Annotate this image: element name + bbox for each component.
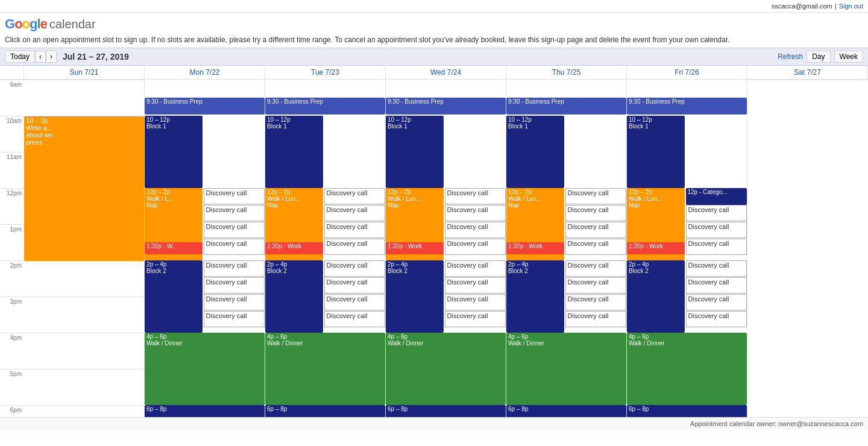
mon-disc-2[interactable]: Discovery call [204, 205, 265, 221]
wed-6p[interactable]: 6p – 8p [386, 405, 506, 417]
thu-block2[interactable]: 2p – 4pBlock 2 [506, 260, 564, 333]
thu-disc-3[interactable]: Discovery call [565, 222, 627, 238]
wed-block2[interactable]: 2p – 4pBlock 2 [386, 260, 444, 333]
mon-disc-6[interactable]: Discovery call [204, 277, 265, 294]
wed-business-prep[interactable]: 9:30 - Business Prep [386, 98, 506, 115]
fri-disc-1[interactable]: Discovery call [686, 205, 747, 221]
fri-6p[interactable]: 6p – 8p [627, 405, 747, 417]
fri-disc-4[interactable]: Discovery call [686, 260, 747, 277]
thu-disc-5[interactable]: Discovery call [565, 260, 627, 277]
sun-5pm [24, 369, 144, 405]
thu-walk-dinner[interactable]: 4p – 6pWalk / Dinner [506, 333, 626, 405]
tue-business-prep[interactable]: 9:30 - Business Prep [265, 98, 385, 115]
header-spacer [0, 66, 24, 79]
wed-disc-4[interactable]: Discovery call [445, 239, 506, 255]
calendar-label: calendar [49, 17, 96, 31]
day-col-wed: 9:30 - Business Prep 10 – 12pBlock 1 12p… [386, 80, 506, 417]
tue-disc-4[interactable]: Discovery call [324, 239, 386, 255]
fri-walk-dinner[interactable]: 4p – 6pWalk / Dinner [627, 333, 747, 405]
mon-disc-1[interactable]: Discovery call [204, 188, 265, 204]
footer-text: Appointment calendar owner: owner@suzann… [690, 420, 863, 427]
time-grid: 9am 10am 11am 12pm 1pm 2pm 3pm 4pm 5pm 6… [0, 80, 868, 417]
wed-disc-8[interactable]: Discovery call [445, 311, 506, 327]
wed-disc-5[interactable]: Discovery call [445, 260, 506, 277]
day-header-tue[interactable]: Tue 7/23 [265, 66, 386, 79]
tue-disc-2[interactable]: Discovery call [324, 205, 386, 221]
thu-disc-8[interactable]: Discovery call [565, 311, 627, 327]
wed-disc-3[interactable]: Discovery call [445, 222, 506, 238]
mon-business-prep[interactable]: 9:30 - Business Prep [145, 98, 265, 115]
tue-disc-5[interactable]: Discovery call [324, 260, 386, 277]
day-header-mon[interactable]: Mon 7/22 [145, 66, 265, 79]
next-button[interactable]: › [46, 51, 57, 63]
time-11am: 11am [0, 152, 24, 188]
thu-work-red[interactable]: 1:30p - Work [506, 242, 564, 254]
tue-work-red[interactable]: 1:30p - Work [265, 242, 323, 254]
sign-out-link[interactable]: Sign out [839, 2, 863, 10]
wed-block1[interactable]: 10 – 12pBlock 1 [386, 116, 444, 188]
mon-disc-3[interactable]: Discovery call [204, 222, 265, 238]
tue-walk-dinner[interactable]: 4p – 6pWalk / Dinner [265, 333, 385, 405]
wed-disc-2[interactable]: Discovery call [445, 205, 506, 221]
calendar-container: Sun 7/21 Mon 7/22 Tue 7/23 Wed 7/24 Thu … [0, 66, 868, 417]
thu-6p[interactable]: 6p – 8p [506, 405, 626, 417]
day-header-thu[interactable]: Thu 7/25 [506, 66, 627, 79]
tue-disc-3[interactable]: Discovery call [324, 222, 386, 238]
tue-disc-8[interactable]: Discovery call [324, 311, 386, 327]
fri-disc-5[interactable]: Discovery call [686, 277, 747, 294]
thu-disc-2[interactable]: Discovery call [565, 205, 627, 221]
thu-business-prep[interactable]: 9:30 - Business Prep [506, 98, 626, 115]
wed-work-red[interactable]: 1:30p - Work [386, 242, 444, 254]
mon-disc-5[interactable]: Discovery call [204, 260, 265, 277]
fri-work-red[interactable]: 1:30p - Work [627, 242, 685, 254]
thu-disc-7[interactable]: Discovery call [565, 294, 627, 310]
thu-disc-1[interactable]: Discovery call [565, 188, 627, 204]
wed-walk-dinner[interactable]: 4p – 6pWalk / Dinner [386, 333, 506, 405]
fri-disc-6[interactable]: Discovery call [686, 294, 747, 310]
mon-disc-8[interactable]: Discovery call [204, 311, 265, 327]
mon-disc-7[interactable]: Discovery call [204, 294, 265, 310]
sun-3pm [24, 297, 144, 333]
prev-button[interactable]: ‹ [35, 51, 46, 63]
today-button[interactable]: Today [5, 51, 35, 63]
mon-walk-dinner[interactable]: 4p – 6pWalk / Dinner [145, 333, 265, 405]
day-header-fri[interactable]: Fri 7/26 [627, 66, 747, 79]
mon-block2[interactable]: 2p – 4pBlock 2 [145, 260, 203, 333]
sun-write-press[interactable]: 10 – 2pWrite a...about wopress [24, 116, 144, 261]
day-header-wed[interactable]: Wed 7/24 [386, 66, 506, 79]
wed-disc-6[interactable]: Discovery call [445, 277, 506, 294]
fri-category[interactable]: 12p - Catego... [686, 188, 747, 205]
wed-disc-7[interactable]: Discovery call [445, 294, 506, 310]
tue-block1[interactable]: 10 – 12pBlock 1 [265, 116, 323, 188]
wed-disc-1[interactable]: Discovery call [445, 188, 506, 204]
fri-block1[interactable]: 10 – 12pBlock 1 [627, 116, 685, 188]
fri-business-prep[interactable]: 9:30 - Business Prep [627, 98, 747, 115]
fri-disc-2[interactable]: Discovery call [686, 222, 747, 238]
tue-6p[interactable]: 6p – 8p [265, 405, 385, 417]
tue-disc-6[interactable]: Discovery call [324, 277, 386, 294]
fri-disc-7[interactable]: Discovery call [686, 311, 747, 327]
day-view-button[interactable]: Day [807, 51, 830, 63]
mon-work-red[interactable]: 1:30p - W... [145, 242, 203, 254]
mon-disc-4[interactable]: Discovery call [204, 239, 265, 255]
thu-block1[interactable]: 10 – 12pBlock 1 [506, 116, 564, 188]
instruction-bar: Click on an open appointment slot to sig… [0, 33, 868, 48]
thu-disc-4[interactable]: Discovery call [565, 239, 627, 255]
tue-disc-1[interactable]: Discovery call [324, 188, 386, 204]
fri-disc-3[interactable]: Discovery call [686, 239, 747, 255]
tue-disc-7[interactable]: Discovery call [324, 294, 386, 310]
day-header-sat[interactable]: Sat 7/27 [747, 66, 868, 79]
fri-block2[interactable]: 2p – 4pBlock 2 [627, 260, 685, 333]
sun-2pm [24, 260, 144, 297]
sun-4pm [24, 333, 144, 369]
refresh-link[interactable]: Refresh [778, 52, 803, 61]
time-10am: 10am [0, 116, 24, 152]
day-header-sun[interactable]: Sun 7/21 [24, 66, 145, 79]
week-view-button[interactable]: Week [834, 51, 863, 63]
thu-disc-6[interactable]: Discovery call [565, 277, 627, 294]
sat-9am [747, 80, 868, 116]
mon-block1-left[interactable]: 10 – 12pBlock 1 [145, 116, 203, 188]
time-3pm: 3pm [0, 297, 24, 333]
mon-6p[interactable]: 6p – 8p [145, 405, 265, 417]
tue-block2[interactable]: 2p – 4pBlock 2 [265, 260, 323, 333]
